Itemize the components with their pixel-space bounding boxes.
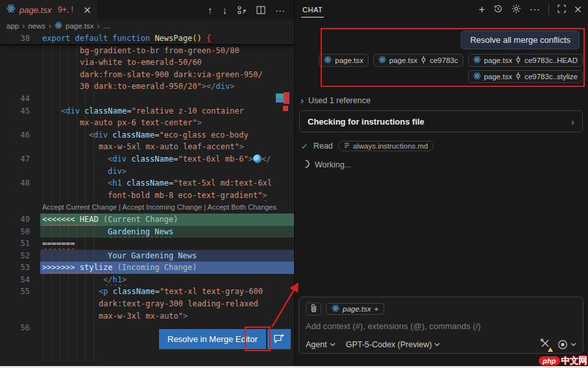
agent-mode-label: Agent <box>306 340 327 349</box>
tab-page-tsx[interactable]: page.tsx 9+, ! <box>0 0 98 19</box>
context-chip[interactable]: page.tsx <box>319 54 368 67</box>
code-line[interactable]: 38export default function NewsPage() { <box>0 32 294 45</box>
stop-request-button[interactable] <box>557 339 576 350</box>
history-icon[interactable] <box>493 4 503 16</box>
context-chip[interactable]: page.tsxce9783c..HEAD <box>468 54 583 67</box>
code-line[interactable]: max-w-3xl mx-auto"> <box>0 310 294 323</box>
code-line[interactable]: 51======= <box>0 238 294 250</box>
chat-input-box[interactable]: page.tsx + Add context (#), extensions (… <box>299 297 583 354</box>
code-line[interactable]: bg-gradient-to-br from-green-50/80 <box>0 45 294 57</box>
next-change-icon[interactable]: ↓ <box>223 5 228 16</box>
source-control-graph-icon[interactable] <box>237 5 247 15</box>
check-icon: ✓ <box>301 141 308 151</box>
new-chat-icon[interactable]: + <box>479 4 485 16</box>
chevron-right-icon: › <box>571 117 574 127</box>
react-icon <box>378 56 386 65</box>
tab-chat[interactable]: CHAT <box>301 2 324 18</box>
model-label: GPT-5-Codex (Preview) <box>346 340 432 349</box>
merge-conflict-actions: Resolve in Merge Editor <box>159 329 291 349</box>
chat-sparkle-icon <box>273 333 285 346</box>
used-references-label: Used 1 reference <box>308 96 371 105</box>
chat-header-icons: + ··· <box>479 4 582 16</box>
code-line[interactable]: dark:from-slate-900 dark:via-green-950/ <box>0 69 294 81</box>
code-editor[interactable]: 38export default function NewsPage() {bg… <box>0 32 294 361</box>
tools-icon[interactable] <box>540 338 551 350</box>
used-references-row[interactable]: › Used 1 reference <box>300 95 371 105</box>
instructions-file-name: always.instructions.md <box>353 142 428 150</box>
react-icon <box>6 4 16 16</box>
code-line[interactable]: mx-auto px-6 text-center"> <box>0 117 294 129</box>
ruler-mark-current <box>276 93 284 98</box>
attach-context-button[interactable] <box>306 302 321 315</box>
code-line[interactable]: 46<div className="eco-glass eco-body <box>0 129 294 141</box>
spinner-icon <box>301 160 310 170</box>
react-icon <box>332 304 339 313</box>
previous-change-icon[interactable]: ↑ <box>208 5 213 16</box>
chat-header: CHAT + ··· <box>295 0 588 19</box>
close-tab-icon[interactable] <box>84 6 91 14</box>
divider <box>548 5 549 15</box>
more-actions-icon[interactable]: ··· <box>275 5 285 16</box>
resolve-with-copilot-button[interactable] <box>267 329 291 349</box>
editor-pane: page.tsx 9+, ! ↑ ↓ ··· <box>0 0 294 368</box>
breadcrumb-separator: › <box>49 21 51 31</box>
agent-mode-picker[interactable]: Agent <box>306 340 336 349</box>
context-chip[interactable]: page.tsxce9783c..stylize <box>468 70 583 83</box>
watermark-text: 中文网 <box>561 355 588 367</box>
ruler-mark-error <box>284 92 289 104</box>
progress-title: Checking for instructions file <box>308 117 424 127</box>
code-line[interactable]: via-white to-emerald-50/60 <box>0 56 294 69</box>
chat-request-bubble: Resolve all merge conflicts <box>461 31 580 49</box>
code-line[interactable]: 54</h1> <box>0 274 294 286</box>
context-chip-row: page.tsxpage.tsxce9783cpage.tsxce9783c..… <box>319 54 583 67</box>
git-ref-icon <box>515 56 521 65</box>
code-line[interactable]: div> <box>0 166 294 178</box>
react-icon <box>324 56 332 65</box>
breadcrumb-news[interactable]: news <box>28 22 45 30</box>
progress-step-box[interactable]: Checking for instructions file › <box>299 110 583 132</box>
code-line[interactable]: 55<p className="text-xl text-gray-600 <box>0 286 294 298</box>
read-label: Read <box>313 141 333 151</box>
git-ref-icon <box>421 56 426 65</box>
code-line[interactable]: 47<div className="text-6xl mb-6">🌍</ <box>0 153 294 166</box>
breadcrumb-app[interactable]: app <box>6 22 19 30</box>
breadcrumb-symbol[interactable]: … <box>103 22 111 30</box>
add-context-plus[interactable]: + <box>374 305 378 313</box>
split-editor-icon[interactable] <box>256 6 265 14</box>
ruler-mark-error <box>283 106 288 111</box>
code-line[interactable]: 44 <box>0 93 294 105</box>
chat-input[interactable]: Add context (#), extensions (@), command… <box>306 321 576 331</box>
current-file-context-chip[interactable]: page.tsx + <box>326 303 384 315</box>
code-line[interactable]: 53>>>>>>> stylize (Incoming Change) <box>0 262 294 274</box>
resolve-in-merge-editor-button[interactable]: Resolve in Merge Editor <box>159 329 266 349</box>
model-picker[interactable]: GPT-5-Codex (Preview) <box>346 340 441 349</box>
tab-title: page.tsx <box>19 5 51 15</box>
code-line[interactable]: max-w-5xl mx-auto leaf-accent"> <box>0 141 294 153</box>
breadcrumb-separator: › <box>22 21 25 31</box>
breadcrumb[interactable]: app › news › page.tsx › … <box>0 19 294 32</box>
context-chip-row: page.tsxce9783c..stylize <box>468 70 583 83</box>
code-line[interactable]: Accept Current Change | Accept Incoming … <box>0 201 294 214</box>
file-icon <box>344 142 350 150</box>
more-actions-icon[interactable]: ··· <box>530 4 540 16</box>
chevron-down-icon <box>434 343 440 347</box>
maximize-panel-icon[interactable] <box>557 4 566 16</box>
close-panel-icon[interactable] <box>574 4 582 16</box>
code-line[interactable]: 45<div className="relative z-10 containe… <box>0 105 294 117</box>
vscode-window: page.tsx 9+, ! ↑ ↓ ··· <box>0 0 588 368</box>
code-line[interactable]: dark:text-gray-300 leading-relaxed <box>0 298 294 310</box>
react-icon <box>473 72 481 81</box>
gear-icon[interactable] <box>511 4 521 16</box>
chat-panel: CHAT + ··· <box>294 0 588 368</box>
working-row: Working... <box>301 160 351 170</box>
code-line[interactable]: 52Your Gardening News <box>0 250 294 262</box>
code-line[interactable]: 30 dark:to-emerald-950/20"></div> <box>0 80 294 93</box>
react-icon <box>55 21 62 31</box>
instructions-file-chip[interactable]: always.instructions.md <box>338 141 434 151</box>
code-line[interactable]: font-bold mb-8 eco-text-gradient"> <box>0 190 294 202</box>
breadcrumb-file[interactable]: page.tsx <box>66 22 93 30</box>
code-line[interactable]: 49<<<<<<< HEAD (Current Change) <box>0 214 294 226</box>
code-line[interactable]: 50Gardening News <box>0 226 294 238</box>
context-chip[interactable]: page.tsxce9783c <box>373 54 463 67</box>
code-line[interactable]: 48<h1 className="text-5xl md:text-6xl <box>0 177 294 190</box>
